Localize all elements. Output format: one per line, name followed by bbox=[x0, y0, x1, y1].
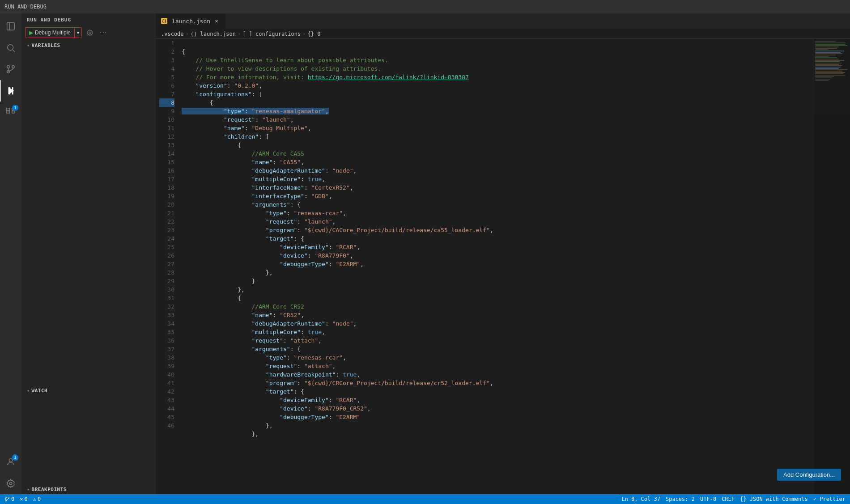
activity-icon-search[interactable] bbox=[0, 37, 21, 59]
play-icon: ▶ bbox=[29, 30, 33, 36]
status-warnings-label: 0 bbox=[38, 496, 41, 502]
debug-toolbar: ▶ Debug Multiple ▾ ··· bbox=[21, 25, 156, 41]
svg-rect-9 bbox=[12, 87, 13, 95]
svg-point-19 bbox=[8, 497, 9, 499]
svg-point-18 bbox=[5, 497, 7, 499]
tab-bar: {} launch.json ✕ bbox=[156, 13, 850, 29]
activity-icon-source-control[interactable] bbox=[0, 59, 21, 80]
variables-section-header[interactable]: ▾ VARIABLES bbox=[21, 41, 156, 50]
debug-run-button[interactable]: ▶ Debug Multiple bbox=[26, 27, 75, 38]
breadcrumb: .vscode › ⟨⟩ launch.json › [ ] configura… bbox=[156, 29, 850, 39]
watch-arrow: ▾ bbox=[27, 388, 30, 393]
activity-icon-accounts[interactable]: 1 bbox=[0, 451, 21, 473]
status-warnings[interactable]: ⚠ 0 bbox=[33, 496, 41, 502]
breakpoints-section-header[interactable]: ▾ BREAKPOINTS bbox=[21, 485, 156, 494]
activity-icon-settings[interactable] bbox=[0, 473, 21, 494]
activity-icon-extensions[interactable]: 1 bbox=[0, 102, 21, 123]
status-git[interactable]: 0 bbox=[4, 496, 14, 502]
minimap bbox=[814, 39, 850, 494]
status-language[interactable]: {} JSON with Comments bbox=[740, 496, 808, 502]
add-configuration-button[interactable]: Add Configuration... bbox=[777, 469, 841, 481]
debug-gear-button[interactable] bbox=[85, 28, 95, 37]
status-eol[interactable]: CRLF bbox=[722, 496, 735, 502]
svg-point-17 bbox=[89, 32, 91, 34]
svg-rect-0 bbox=[7, 23, 15, 30]
accounts-badge: 1 bbox=[12, 454, 18, 461]
watch-label: WATCH bbox=[32, 388, 48, 394]
code-editor: 1 2 3 4 5 6 7 8 9 10 11 12 13 14 15 16 1… bbox=[156, 39, 850, 494]
status-spaces[interactable]: Spaces: 2 bbox=[666, 496, 695, 502]
status-left: 0 ✕ 0 ⚠ 0 bbox=[4, 496, 41, 502]
variables-label: VARIABLES bbox=[32, 42, 60, 48]
extensions-badge: 1 bbox=[12, 105, 18, 111]
svg-point-2 bbox=[8, 45, 13, 51]
svg-point-15 bbox=[9, 459, 12, 462]
code-content[interactable]: { // Use IntelliSense to learn about pos… bbox=[178, 39, 814, 494]
breadcrumb-configurations[interactable]: [ ] configurations bbox=[242, 31, 301, 37]
status-prettier[interactable]: ✓ Prettier bbox=[813, 496, 846, 502]
svg-point-4 bbox=[7, 66, 10, 68]
svg-rect-10 bbox=[9, 87, 10, 95]
status-right: Ln 8, Col 37 Spaces: 2 UTF-8 CRLF {} JSO… bbox=[621, 496, 846, 502]
watch-section-header[interactable]: ▾ WATCH bbox=[21, 386, 156, 395]
chevron-down-icon: ▾ bbox=[77, 30, 79, 35]
title-bar-label: RUN AND DEBUG bbox=[4, 4, 47, 10]
svg-rect-11 bbox=[7, 110, 9, 113]
sidebar: RUN AND DEBUG ▶ Debug Multiple ▾ ··· bbox=[21, 13, 156, 494]
variables-arrow: ▾ bbox=[27, 43, 30, 48]
status-bar: 0 ✕ 0 ⚠ 0 Ln 8, Col 37 Spaces: 2 UTF-8 C… bbox=[0, 494, 850, 504]
breadcrumb-launch[interactable]: ⟨⟩ launch.json bbox=[191, 31, 236, 37]
editor-area: {} launch.json ✕ .vscode › ⟨⟩ launch.jso… bbox=[156, 13, 850, 494]
svg-rect-13 bbox=[7, 108, 9, 111]
status-git-label: 0 bbox=[11, 496, 14, 502]
status-errors-label: 0 bbox=[24, 496, 27, 502]
tab-launch-json[interactable]: {} launch.json ✕ bbox=[156, 13, 226, 29]
status-errors[interactable]: ✕ 0 bbox=[20, 496, 27, 502]
breakpoints-arrow: ▾ bbox=[27, 487, 30, 492]
json-file-icon: {} bbox=[161, 18, 167, 24]
warning-icon: ⚠ bbox=[33, 496, 36, 502]
line-numbers: 1 2 3 4 5 6 7 8 9 10 11 12 13 14 15 16 1… bbox=[156, 39, 178, 494]
error-icon: ✕ bbox=[20, 496, 23, 502]
breakpoints-label: BREAKPOINTS bbox=[32, 487, 67, 492]
svg-point-16 bbox=[9, 482, 12, 485]
debug-more-button[interactable]: ··· bbox=[98, 28, 109, 38]
tab-label: launch.json bbox=[172, 18, 210, 25]
sidebar-title: RUN AND DEBUG bbox=[21, 13, 156, 25]
svg-line-3 bbox=[13, 50, 15, 52]
activity-bar: 1 1 bbox=[0, 13, 21, 494]
debug-dropdown-button[interactable]: ▾ bbox=[75, 27, 81, 38]
breadcrumb-vscode[interactable]: .vscode bbox=[161, 31, 184, 37]
debug-run-label: Debug Multiple bbox=[35, 30, 71, 36]
status-position[interactable]: Ln 8, Col 37 bbox=[621, 496, 660, 502]
svg-point-5 bbox=[12, 66, 15, 68]
tab-close-button[interactable]: ✕ bbox=[213, 17, 220, 25]
activity-icon-explorer[interactable] bbox=[0, 16, 21, 37]
breadcrumb-index[interactable]: {} 0 bbox=[307, 31, 320, 37]
activity-icon-run-debug[interactable] bbox=[0, 80, 21, 102]
status-encoding[interactable]: UTF-8 bbox=[700, 496, 716, 502]
